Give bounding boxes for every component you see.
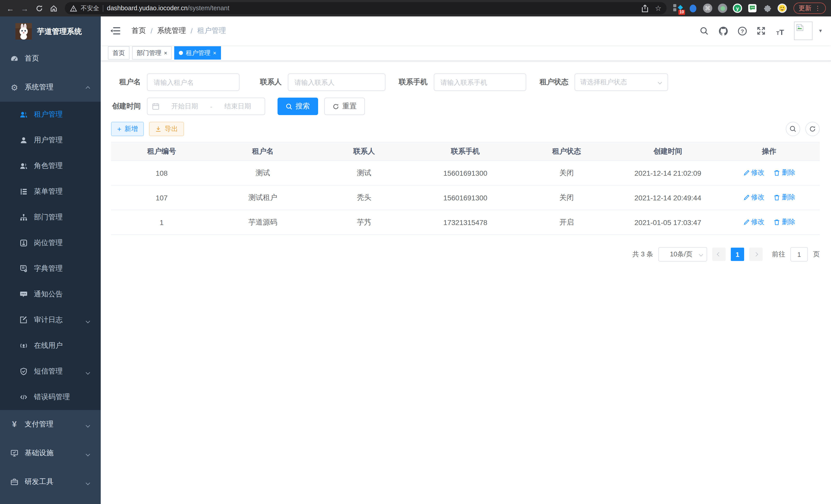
close-icon[interactable]: × — [213, 50, 217, 56]
emoji-profile-icon[interactable] — [777, 3, 787, 13]
tags-view: 首页 部门管理 × 租户管理 × — [101, 45, 831, 61]
navbar: 首页 / 系统管理 / 租户管理 ? — [101, 17, 831, 45]
avatar-caret-icon[interactable]: ▼ — [818, 28, 823, 33]
shield-icon — [20, 367, 28, 376]
extension-toolbar: ◆ 10 ⌘ y — [673, 3, 787, 13]
browser-home-icon[interactable] — [48, 3, 59, 13]
edit-pencil-icon — [743, 170, 749, 176]
chevron-down-icon — [86, 478, 89, 486]
download-icon — [155, 126, 161, 132]
export-button[interactable]: 导出 — [149, 122, 184, 136]
sidebar-item-error-code[interactable]: 错误码管理 — [0, 384, 101, 410]
close-icon[interactable]: × — [164, 50, 167, 56]
share-icon[interactable] — [641, 4, 649, 12]
page-suffix: 页 — [813, 250, 820, 259]
sidebar-item-infra[interactable]: 基础设施 — [0, 439, 101, 468]
browser-menu-icon[interactable]: ⋮ — [814, 5, 821, 12]
trash-icon — [774, 219, 780, 226]
next-page-button[interactable] — [749, 248, 763, 261]
chevron-up-icon — [86, 83, 89, 91]
sidebar-item-dict[interactable]: 字典管理 — [0, 256, 101, 281]
edit-button[interactable]: 修改 — [743, 193, 765, 202]
sidebar-item-post[interactable]: 岗位管理 — [0, 230, 101, 256]
app-logo[interactable]: 芋道管理系统 — [0, 19, 101, 44]
page-number-1[interactable]: 1 — [731, 248, 744, 261]
sidebar-item-devtools[interactable]: 研发工具 — [0, 468, 101, 496]
address-divider — [103, 5, 103, 11]
balloon-extension-icon[interactable] — [688, 3, 698, 13]
browser-forward-icon[interactable]: → — [20, 3, 30, 13]
sidebar-item-notice[interactable]: 通知公告 — [0, 281, 101, 307]
sidebar-item-role[interactable]: 角色管理 — [0, 153, 101, 179]
address-bar[interactable]: 不安全 dashboard.yudao.iocoder.cn/system/te… — [65, 2, 666, 14]
sidebar-item-pay[interactable]: ¥ 支付管理 — [0, 410, 101, 439]
security-label[interactable]: 不安全 — [81, 4, 99, 12]
breadcrumb-system[interactable]: 系统管理 — [157, 26, 186, 35]
bookmark-star-icon[interactable]: ☆ — [655, 4, 661, 12]
sidebar-item-sms[interactable]: 短信管理 — [0, 359, 101, 384]
start-date-placeholder: 开始日期 — [163, 102, 207, 111]
header-search-icon[interactable] — [699, 26, 709, 36]
browser-update-button[interactable]: 更新 ⋮ — [794, 3, 826, 14]
online-user-icon — [20, 342, 28, 350]
sidebar-item-audit-log[interactable]: 审计日志 — [0, 307, 101, 333]
search-button[interactable]: 搜索 — [278, 98, 318, 115]
browser-back-icon[interactable]: ← — [5, 3, 16, 13]
dashboard-icon — [10, 55, 19, 63]
status-text: 开启 — [516, 210, 617, 235]
edit-button[interactable]: 修改 — [743, 168, 765, 178]
contact-input[interactable] — [288, 73, 385, 91]
refresh-table-button[interactable] — [805, 122, 820, 136]
edit-button[interactable]: 修改 — [743, 217, 765, 227]
recorder-extension-icon[interactable] — [717, 3, 728, 13]
sidebar-item-dept[interactable]: 部门管理 — [0, 205, 101, 230]
end-date-placeholder: 结束日期 — [215, 102, 260, 111]
security-warning-icon[interactable] — [70, 5, 77, 11]
delete-button[interactable]: 删除 — [774, 193, 795, 202]
tab-tenant[interactable]: 租户管理 × — [174, 46, 221, 60]
help-icon[interactable]: ? — [737, 26, 747, 36]
trash-icon — [774, 194, 780, 201]
org-chart-icon — [20, 213, 28, 221]
page-size-select[interactable]: 10条/页 — [658, 247, 707, 262]
font-size-icon[interactable]: TT — [775, 26, 785, 36]
rabbit-logo-icon — [16, 23, 32, 39]
chat-extension-icon[interactable] — [747, 3, 757, 13]
col-tenant-id: 租户编号 — [111, 142, 212, 160]
fullscreen-icon[interactable] — [756, 26, 766, 36]
extensions-puzzle-icon[interactable] — [762, 3, 772, 13]
sidebar-fold-icon[interactable] — [111, 27, 120, 35]
delete-button[interactable]: 删除 — [774, 168, 795, 178]
delete-button[interactable]: 删除 — [774, 217, 795, 227]
date-range-picker[interactable]: 开始日期 - 结束日期 — [147, 98, 265, 115]
pieces-extension-icon[interactable]: ◆ 10 — [673, 3, 683, 13]
command-extension-icon[interactable]: ⌘ — [703, 3, 713, 13]
prev-page-button[interactable] — [712, 248, 726, 261]
table-row: 108 测试 测试 15601691300 关闭 2021-12-14 21:0… — [111, 160, 820, 185]
tenant-name-input[interactable] — [147, 73, 239, 91]
sidebar-item-online-user[interactable]: 在线用户 — [0, 333, 101, 359]
breadcrumb: 首页 / 系统管理 / 租户管理 — [132, 26, 226, 35]
sidebar-item-home[interactable]: 首页 — [0, 44, 101, 73]
goto-page-input[interactable] — [791, 247, 808, 262]
github-icon[interactable] — [718, 26, 728, 36]
sidebar-item-user[interactable]: 用户管理 — [0, 127, 101, 153]
col-contact: 联系人 — [314, 142, 415, 160]
mobile-input[interactable] — [434, 73, 526, 91]
roles-icon — [20, 162, 28, 170]
breadcrumb-home[interactable]: 首页 — [132, 26, 146, 35]
toggle-search-button[interactable] — [786, 122, 800, 136]
sidebar-item-tenant[interactable]: 租户管理 — [0, 102, 101, 127]
status-select[interactable]: 请选择租户状态 — [575, 73, 668, 91]
dict-book-icon — [20, 265, 28, 273]
tab-dept[interactable]: 部门管理 × — [132, 46, 172, 60]
sidebar-item-system[interactable]: ⚙ 系统管理 — [0, 73, 101, 102]
browser-reload-icon[interactable] — [34, 3, 44, 13]
url-text[interactable]: dashboard.yudao.iocoder.cn/system/tenant — [107, 5, 638, 12]
y-extension-icon[interactable]: y — [732, 3, 743, 13]
sidebar-item-menu[interactable]: 菜单管理 — [0, 179, 101, 205]
reset-button[interactable]: 重置 — [324, 98, 365, 115]
tab-home[interactable]: 首页 — [108, 46, 130, 60]
add-button[interactable]: + 新增 — [111, 122, 144, 136]
avatar[interactable] — [794, 22, 812, 40]
